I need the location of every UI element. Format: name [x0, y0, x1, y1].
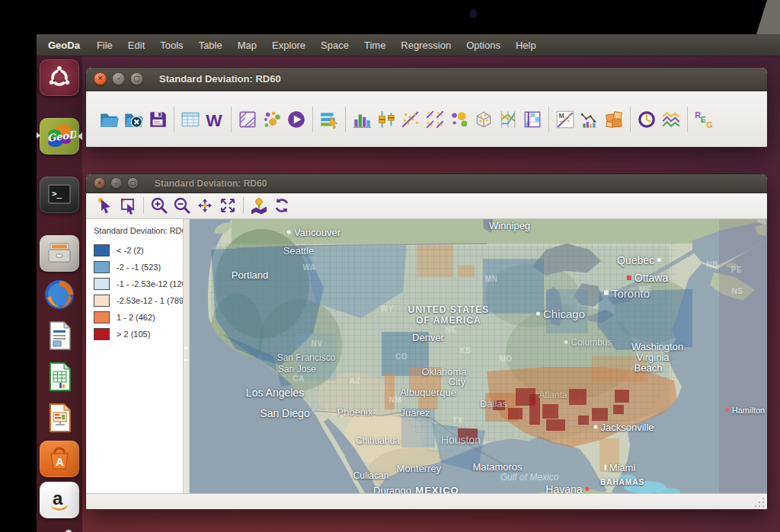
- map-city-marker: [604, 291, 609, 295]
- cluster-map-button[interactable]: [260, 107, 284, 132]
- scatter-plot-button[interactable]: [398, 107, 423, 132]
- table-button[interactable]: [178, 107, 203, 132]
- menu-map[interactable]: Map: [230, 40, 264, 51]
- map-frame-button[interactable]: [235, 107, 260, 132]
- legend-label: > 2 (105): [117, 330, 150, 339]
- scatter-3d-icon: [473, 109, 494, 130]
- unity-launcher: GeoDa >_: [37, 56, 82, 532]
- map-city-label: Virginia: [636, 351, 669, 362]
- launcher-writer[interactable]: [40, 317, 79, 354]
- full-extent-icon: [218, 196, 238, 215]
- animation-button[interactable]: [284, 107, 308, 132]
- base-map-button[interactable]: [248, 195, 270, 216]
- menu-space[interactable]: Space: [313, 40, 356, 51]
- toolbar-separator: [231, 107, 232, 132]
- svg-text:E: E: [701, 115, 706, 124]
- close-button[interactable]: ✕: [94, 72, 107, 85]
- scatter-matrix-button[interactable]: [423, 107, 447, 132]
- map-canvas[interactable]: VancouverSeattlePortlandWinnipegQuebecOt…: [190, 219, 767, 494]
- regression-button[interactable]: R E G: [692, 107, 716, 132]
- time-player-button[interactable]: [635, 107, 659, 132]
- conditional-plot-button[interactable]: [520, 107, 545, 132]
- maximize-button[interactable]: ▢: [127, 177, 139, 189]
- map-state-label: NM: [389, 395, 402, 403]
- full-extent-button[interactable]: [216, 195, 239, 216]
- open-project-button[interactable]: [97, 107, 121, 132]
- map-city-label: Gulf of Mexico: [500, 472, 559, 483]
- legend-item[interactable]: 1 - 2 (462): [94, 309, 183, 326]
- menu-table[interactable]: Table: [191, 40, 230, 51]
- launcher-terminal[interactable]: >_: [40, 177, 79, 213]
- geoda-logo-icon: GeoDa: [43, 121, 76, 151]
- geoda-focus-arrow: [78, 132, 82, 140]
- wallpaper-dot: [471, 10, 476, 18]
- launcher-amazon[interactable]: a: [40, 482, 79, 518]
- select-arrow-icon: [95, 196, 115, 215]
- map-window: ✕ – ▢ Standard Deviation: RD60: [85, 174, 768, 510]
- maximize-button[interactable]: ▢: [130, 72, 143, 85]
- launcher-ubuntu-dash[interactable]: [40, 59, 79, 96]
- launcher-firefox[interactable]: [40, 276, 79, 313]
- map-state-label: WY: [380, 304, 393, 312]
- pan-button[interactable]: [193, 195, 216, 216]
- weights-manager-button[interactable]: W: [203, 107, 227, 132]
- map-city-label: Chihuahua: [356, 435, 400, 446]
- minimize-button[interactable]: –: [110, 177, 122, 189]
- correlogram-button[interactable]: [577, 107, 602, 132]
- zoom-out-icon: [172, 196, 192, 215]
- legend-swatch: [94, 311, 110, 323]
- close-project-button[interactable]: [121, 107, 145, 132]
- menu-options[interactable]: Options: [459, 40, 508, 51]
- map-state-label: CA: [292, 374, 304, 382]
- save-project-button[interactable]: [145, 107, 170, 132]
- scatter-3d-button[interactable]: [472, 107, 496, 132]
- map-city-label: MEXICO: [415, 484, 459, 493]
- launcher-geoda[interactable]: GeoDa: [40, 118, 79, 155]
- legend-item[interactable]: -2.53e-12 - 1 (789): [94, 292, 183, 309]
- close-button[interactable]: ✕: [94, 177, 105, 189]
- legend-item[interactable]: -1 - -2.53e-12 (1204): [94, 276, 183, 292]
- zoom-out-button[interactable]: [171, 195, 193, 216]
- select-button[interactable]: [94, 195, 117, 216]
- moran-scatter-button[interactable]: M: [553, 107, 577, 132]
- map-city-label: Beach: [635, 362, 663, 373]
- toolbar-window-titlebar[interactable]: ✕ – ▢ Standard Deviation: RD60: [86, 68, 767, 91]
- map-city-label: UNITED STATES: [408, 304, 490, 315]
- menu-file[interactable]: File: [89, 40, 120, 51]
- launcher-impress[interactable]: [40, 400, 79, 436]
- histogram-icon: [351, 109, 372, 130]
- resize-grip[interactable]: [754, 497, 765, 508]
- legend-item[interactable]: > 2 (105): [94, 326, 183, 342]
- minimize-button[interactable]: –: [112, 72, 125, 85]
- cartogram-button[interactable]: [602, 107, 626, 132]
- map-status-bar: [86, 493, 767, 509]
- map-city-marker: [657, 258, 661, 262]
- refresh-button[interactable]: [270, 195, 293, 216]
- map-window-titlebar[interactable]: ✕ – ▢ Standard Deviation: RD60: [86, 174, 767, 193]
- zoom-in-button[interactable]: [148, 195, 171, 216]
- parallel-coordinates-button[interactable]: [496, 107, 520, 132]
- menu-edit[interactable]: Edit: [120, 40, 152, 51]
- toolbar-separator: [687, 107, 688, 132]
- menu-explore[interactable]: Explore: [264, 40, 313, 51]
- select-rectangle-button[interactable]: [117, 195, 139, 216]
- menu-help[interactable]: Help: [508, 40, 544, 51]
- launcher-calc[interactable]: [40, 358, 79, 395]
- averages-chart-button[interactable]: [659, 107, 683, 132]
- toolbar-separator: [548, 107, 549, 132]
- box-plot-button[interactable]: [374, 107, 398, 132]
- launcher-file-manager[interactable]: [40, 235, 79, 272]
- launcher-software-center[interactable]: A: [40, 441, 79, 477]
- legend-item[interactable]: < -2 (2): [94, 242, 183, 259]
- histogram-button[interactable]: [350, 107, 374, 132]
- menu-tools[interactable]: Tools: [152, 40, 190, 51]
- menu-regression[interactable]: Regression: [393, 40, 459, 51]
- launcher-settings[interactable]: ⚙: [40, 523, 79, 532]
- refresh-icon: [272, 196, 292, 215]
- category-editor-button[interactable]: [317, 107, 341, 132]
- menu-time[interactable]: Time: [356, 40, 393, 51]
- legend-item[interactable]: -2 - -1 (523): [94, 259, 183, 276]
- legend-map-splitter[interactable]: [184, 219, 190, 494]
- bubble-chart-button[interactable]: [447, 107, 472, 132]
- open-folder-icon: [98, 109, 120, 130]
